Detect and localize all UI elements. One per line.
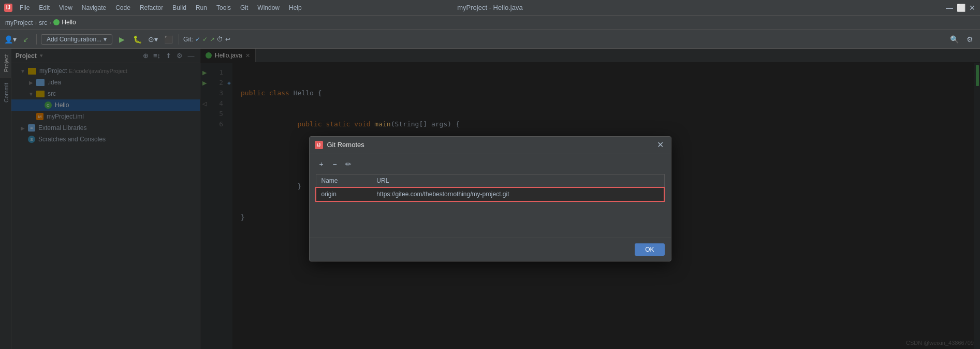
- breadcrumb-project[interactable]: myProject: [5, 19, 33, 26]
- dialog-title-bar: IJ Git Remotes ✕: [310, 137, 671, 153]
- stop-button[interactable]: ⬛: [162, 33, 174, 46]
- menu-tools[interactable]: Tools: [212, 3, 235, 12]
- add-config-dropdown-icon: ▾: [104, 36, 107, 43]
- git-history-icon[interactable]: ⏱: [217, 36, 223, 43]
- vcs-update-button[interactable]: ↙: [20, 33, 32, 46]
- close-button[interactable]: ✕: [969, 4, 976, 11]
- menu-build[interactable]: Build: [168, 3, 191, 12]
- dialog-close-button[interactable]: ✕: [655, 140, 666, 150]
- menu-run[interactable]: Run: [192, 3, 211, 12]
- edit-remote-button[interactable]: ✏: [343, 158, 354, 170]
- col-name-header: Name: [316, 174, 371, 187]
- dialog-title-text: Git Remotes: [327, 141, 651, 149]
- toolbar: 👤▾ ↙ Add Configuration... ▾ ▶ 🐛 ⊙▾ ⬛ Git…: [0, 30, 980, 49]
- toolbar-separator2: [179, 34, 179, 45]
- add-config-label: Add Configuration...: [47, 36, 101, 43]
- remotes-table: Name URL origin https://gitee.com/thebes…: [316, 174, 665, 201]
- menu-help[interactable]: Help: [285, 3, 306, 12]
- title-bar-left: IJ File Edit View Navigate Code Refactor…: [4, 3, 306, 12]
- git-status: Git: ✓ ✓ ↗ ⏱ ↩: [183, 36, 230, 43]
- breadcrumb-sep1: ›: [35, 19, 37, 26]
- git-push-icon[interactable]: ↗: [210, 36, 215, 43]
- breadcrumb-sep2: ›: [49, 19, 51, 26]
- table-header-row: Name URL: [316, 174, 664, 187]
- menu-code[interactable]: Code: [111, 3, 135, 12]
- run-button[interactable]: ▶: [115, 33, 128, 46]
- settings-button[interactable]: ⚙: [963, 33, 976, 46]
- ok-button[interactable]: OK: [635, 243, 664, 256]
- add-configuration-button[interactable]: Add Configuration... ▾: [41, 34, 112, 45]
- dialog-empty-space: [316, 201, 665, 232]
- table-row[interactable]: origin https://gitee.com/thebestornothin…: [316, 187, 664, 201]
- run-with-coverage-button[interactable]: ⊙▾: [147, 33, 159, 46]
- app-icon: IJ: [4, 4, 12, 12]
- dialog-overlay: IJ Git Remotes ✕ + − ✏ Name URL: [0, 49, 980, 349]
- profile-button[interactable]: 👤▾: [4, 33, 17, 46]
- col-url-header: URL: [371, 174, 664, 187]
- add-remote-button[interactable]: +: [316, 158, 327, 170]
- title-bar: IJ File Edit View Navigate Code Refactor…: [0, 0, 980, 16]
- toolbar-separator1: [36, 34, 37, 45]
- menu-window[interactable]: Window: [253, 3, 284, 12]
- debug-button[interactable]: 🐛: [131, 33, 143, 46]
- dialog-app-icon: IJ: [315, 141, 323, 149]
- git-rollback-icon[interactable]: ↩: [225, 36, 230, 43]
- menu-refactor[interactable]: Refactor: [136, 3, 167, 12]
- breadcrumb-hello[interactable]: Hello: [53, 19, 76, 27]
- dialog-footer: OK: [310, 238, 671, 261]
- remove-remote-button[interactable]: −: [329, 158, 341, 170]
- minimize-button[interactable]: —: [946, 4, 953, 11]
- menu-file[interactable]: File: [16, 3, 34, 12]
- dialog-toolbar: + − ✏: [316, 158, 665, 170]
- menu-edit[interactable]: Edit: [35, 3, 54, 12]
- git-label: Git:: [183, 36, 193, 43]
- menu-view[interactable]: View: [55, 3, 77, 12]
- main-layout: Project Commit Project ▾ ⊕ ≡↕ ⬆ ⚙ — ▼ my…: [0, 49, 980, 349]
- breadcrumb: myProject › src › Hello: [0, 16, 980, 30]
- maximize-button[interactable]: ⬜: [957, 4, 964, 11]
- git-remotes-dialog: IJ Git Remotes ✕ + − ✏ Name URL: [309, 136, 671, 261]
- menu-git[interactable]: Git: [236, 3, 252, 12]
- git-check1: ✓: [195, 36, 200, 43]
- window-title: myProject - Hello.java: [457, 4, 522, 11]
- git-check2: ✓: [202, 36, 208, 43]
- dialog-body: + − ✏ Name URL origin https://gite: [310, 153, 671, 238]
- menu-bar: File Edit View Navigate Code Refactor Bu…: [16, 3, 306, 12]
- title-bar-right: — ⬜ ✕: [946, 4, 976, 11]
- menu-navigate[interactable]: Navigate: [78, 3, 110, 12]
- remote-url-cell: https://gitee.com/thebestornothing/my-pr…: [371, 187, 664, 201]
- breadcrumb-src[interactable]: src: [39, 19, 47, 26]
- remote-name-cell: origin: [316, 187, 371, 201]
- search-everywhere-button[interactable]: 🔍: [948, 33, 960, 46]
